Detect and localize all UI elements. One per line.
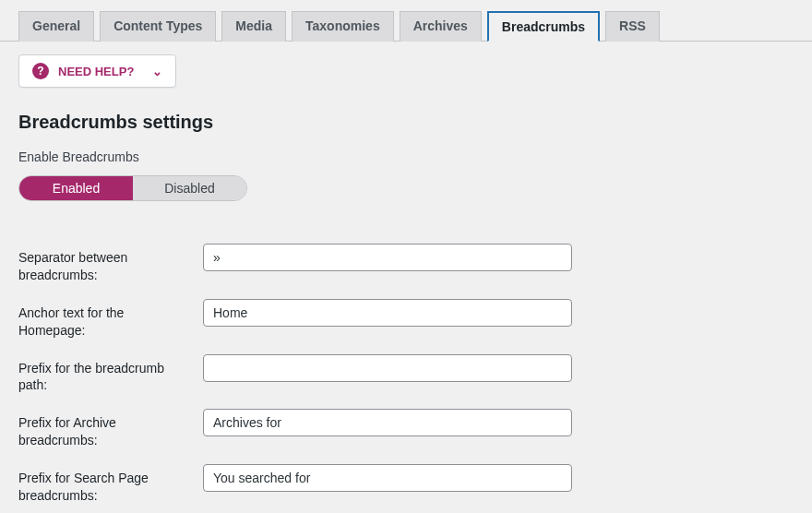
section-title: Breadcrumbs settings bbox=[18, 112, 794, 133]
tab-general[interactable]: General bbox=[18, 11, 94, 42]
question-icon: ? bbox=[32, 63, 49, 79]
tab-taxonomies[interactable]: Taxonomies bbox=[292, 11, 394, 42]
enable-breadcrumbs-label: Enable Breadcrumbs bbox=[18, 149, 794, 164]
anchor-label: Anchor text for the Homepage: bbox=[18, 299, 190, 340]
tabs-bar: General Content Types Media Taxonomies A… bbox=[0, 0, 812, 42]
prefix-path-label: Prefix for the breadcrumb path: bbox=[18, 354, 190, 395]
anchor-input[interactable] bbox=[203, 299, 572, 327]
tab-media[interactable]: Media bbox=[221, 11, 286, 42]
toggle-disabled[interactable]: Disabled bbox=[133, 176, 246, 200]
tab-content-types[interactable]: Content Types bbox=[100, 11, 216, 42]
need-help-button[interactable]: ? NEED HELP? ⌄ bbox=[18, 54, 176, 88]
prefix-search-input[interactable] bbox=[203, 464, 572, 492]
prefix-search-label: Prefix for Search Page breadcrumbs: bbox=[18, 464, 190, 505]
separator-input[interactable] bbox=[203, 244, 572, 271]
separator-label: Separator between breadcrumbs: bbox=[18, 244, 190, 284]
tab-breadcrumbs[interactable]: Breadcrumbs bbox=[487, 11, 600, 42]
enable-toggle[interactable]: Enabled Disabled bbox=[18, 175, 247, 201]
toggle-enabled[interactable]: Enabled bbox=[19, 176, 133, 200]
prefix-path-input[interactable] bbox=[203, 354, 572, 382]
need-help-label: NEED HELP? bbox=[58, 65, 134, 78]
chevron-down-icon: ⌄ bbox=[152, 65, 162, 78]
prefix-archive-input[interactable] bbox=[203, 409, 572, 436]
tab-archives[interactable]: Archives bbox=[400, 11, 482, 42]
tab-rss[interactable]: RSS bbox=[605, 11, 660, 42]
prefix-archive-label: Prefix for Archive breadcrumbs: bbox=[18, 409, 190, 449]
